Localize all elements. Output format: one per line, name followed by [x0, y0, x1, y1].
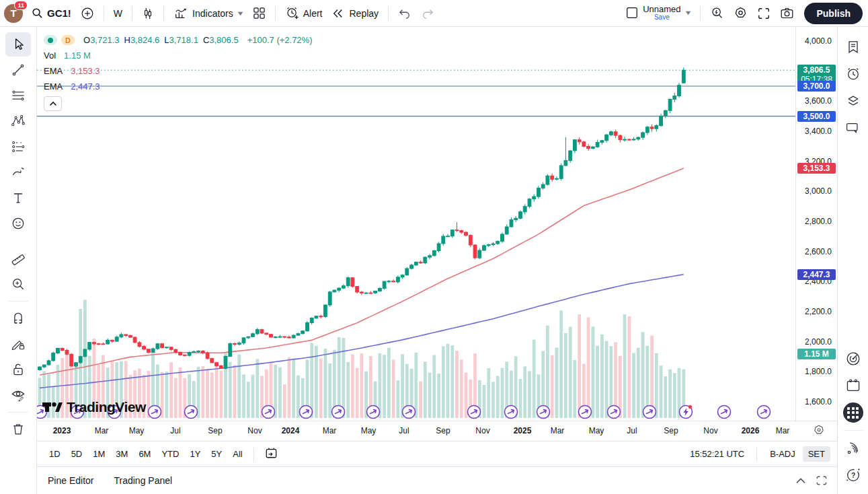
range-button-5d[interactable]: 5D: [66, 446, 88, 462]
legend-ema-slow-row[interactable]: EMA 2,447.3: [44, 79, 313, 94]
quick-search-icon: [710, 6, 724, 20]
rollover-marker[interactable]: [332, 406, 345, 419]
apps-grid-button[interactable]: [841, 400, 865, 425]
volume-bar: [328, 363, 331, 418]
watchlist-button[interactable]: [841, 35, 865, 59]
object-tree-button[interactable]: [841, 89, 865, 113]
rollover-marker[interactable]: [37, 406, 47, 419]
rollover-marker[interactable]: [758, 406, 771, 419]
rollover-marker[interactable]: [71, 406, 84, 419]
rollover-marker[interactable]: [537, 406, 550, 419]
rollover-marker[interactable]: [468, 406, 481, 419]
emoji-tool-button[interactable]: [5, 211, 31, 236]
clock-utc[interactable]: 15:52:21 UTC: [686, 446, 748, 462]
candle-body: [523, 207, 526, 212]
tab-trading-panel[interactable]: Trading Panel: [112, 471, 173, 490]
rollover-marker[interactable]: [149, 406, 161, 419]
range-button-ytd[interactable]: YTD: [156, 446, 184, 462]
indicator-templates-button[interactable]: [248, 3, 270, 23]
trend-line-tool-button[interactable]: [5, 58, 31, 82]
calendar-button[interactable]: [841, 374, 865, 398]
quick-search-button[interactable]: [705, 3, 729, 24]
zoom-in-tool-button[interactable]: [5, 272, 31, 296]
help-button[interactable]: ?: [841, 463, 865, 487]
panel-expand-chevron-icon[interactable]: [795, 477, 806, 484]
indicators-button[interactable]: Indicators ▼: [169, 3, 248, 24]
user-avatar[interactable]: T 11: [4, 4, 23, 23]
forecast-tool-button[interactable]: [5, 135, 31, 159]
drawing-mode-button[interactable]: [5, 332, 31, 356]
range-button-5y[interactable]: 5Y: [206, 446, 227, 462]
rollover-marker[interactable]: [505, 406, 518, 419]
settings-button[interactable]: [729, 3, 752, 24]
range-button-all[interactable]: All: [227, 446, 247, 462]
go-to-date-button[interactable]: [260, 444, 283, 464]
price-axis[interactable]: 4,000.03,600.03,400.03,200.03,000.02,800…: [795, 27, 837, 421]
cursor-tool-button[interactable]: [5, 32, 31, 57]
redo-button[interactable]: [416, 5, 439, 22]
time-axis[interactable]: 2023MarMayJulSepNov2024MarMayJulSepNov20…: [37, 421, 837, 441]
range-button-1y[interactable]: 1Y: [184, 446, 206, 462]
remove-drawings-button[interactable]: [5, 417, 31, 442]
replay-button[interactable]: Replay: [327, 4, 383, 23]
rollover-marker[interactable]: [262, 406, 275, 419]
chart-plot-area[interactable]: D O3,721.3H3,824.6L3,718.1C3,806.5 +100.…: [37, 27, 795, 421]
tab-pine-editor[interactable]: Pine Editor: [46, 471, 95, 490]
legend-ema-fast-row[interactable]: EMA 3,153.3: [44, 63, 313, 79]
compare-add-symbol-button[interactable]: [76, 3, 99, 24]
text-tool-button[interactable]: [5, 186, 31, 210]
panel-maximize-icon[interactable]: [816, 475, 828, 486]
chart-type-button[interactable]: [137, 3, 159, 24]
fullscreen-button[interactable]: [752, 3, 775, 24]
back-adjust-button[interactable]: B-ADJ: [765, 446, 800, 462]
chat-button[interactable]: [841, 116, 865, 140]
rollover-marker[interactable]: [643, 406, 656, 419]
hline-badge-3700[interactable]: 3,700.0: [797, 81, 836, 92]
rollover-event-marker[interactable]: [680, 405, 693, 419]
rollover-marker[interactable]: [403, 406, 416, 419]
ema-fast-label: EMA: [44, 66, 63, 76]
candle-body: [405, 269, 409, 275]
range-button-1m[interactable]: 1M: [87, 446, 110, 462]
rollover-marker[interactable]: [718, 406, 731, 419]
candle-body: [292, 335, 295, 338]
alert-button[interactable]: Alert: [280, 3, 327, 24]
interval-button[interactable]: W: [109, 5, 127, 22]
fib-retracement-tool-button[interactable]: [5, 83, 31, 108]
volume-bar: [446, 344, 450, 418]
session-settlement-button[interactable]: SET: [803, 446, 830, 462]
range-button-6m[interactable]: 6M: [133, 446, 156, 462]
legend-volume-row[interactable]: Vol 1.15 M: [44, 48, 313, 63]
snapshot-button[interactable]: [775, 3, 799, 23]
candle-body: [219, 366, 223, 369]
rollover-marker[interactable]: [185, 406, 198, 419]
layout-select-button[interactable]: Unnamed Save ▼: [621, 1, 695, 24]
rollover-marker[interactable]: [300, 406, 313, 419]
symbol-search-button[interactable]: GC1!: [27, 4, 76, 22]
rollover-marker[interactable]: [579, 406, 592, 419]
hline-badge-3500[interactable]: 3,500.0: [797, 111, 836, 122]
alerts-panel-button[interactable]: [841, 62, 865, 86]
rollover-marker[interactable]: [367, 406, 380, 419]
undo-button[interactable]: [393, 5, 416, 22]
publish-button[interactable]: Publish: [804, 3, 863, 24]
rollover-marker[interactable]: [608, 406, 621, 419]
lock-drawings-button[interactable]: [5, 357, 31, 382]
ema-slow-badge[interactable]: 2,447.3: [797, 269, 836, 280]
axis-settings-gear-icon[interactable]: [813, 424, 825, 438]
news-feed-button[interactable]: [841, 436, 865, 460]
volume-badge[interactable]: 1.15 M: [797, 349, 836, 359]
legend-main-row[interactable]: D O3,721.3H3,824.6L3,718.1C3,806.5 +100.…: [44, 32, 313, 48]
hide-drawings-button[interactable]: [5, 383, 31, 407]
pattern-tool-button[interactable]: [5, 109, 31, 133]
brush-tool-button[interactable]: [5, 160, 31, 184]
ema-fast-badge[interactable]: 3,153.3: [797, 163, 836, 174]
save-layout-link[interactable]: Save: [654, 14, 670, 22]
measure-tool-button[interactable]: [5, 246, 31, 271]
rollover-marker[interactable]: [108, 406, 121, 419]
range-button-3m[interactable]: 3M: [110, 446, 133, 462]
screener-radar-button[interactable]: [841, 347, 865, 371]
range-button-1d[interactable]: 1D: [44, 446, 66, 462]
magnet-mode-button[interactable]: [5, 306, 31, 330]
legend-collapse-button[interactable]: [44, 96, 62, 111]
